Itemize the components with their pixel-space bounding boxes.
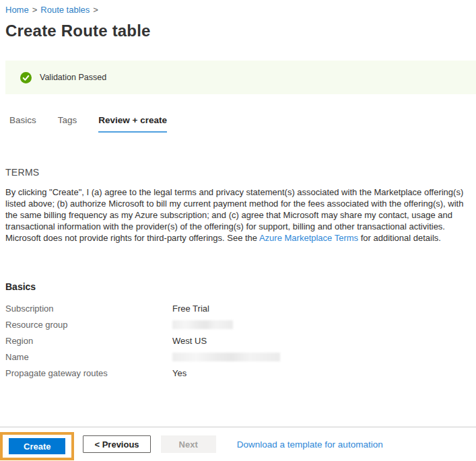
- row-label: Name: [5, 352, 172, 362]
- azure-marketplace-terms-link[interactable]: Azure Marketplace Terms: [259, 233, 358, 243]
- breadcrumb-route-tables[interactable]: Route tables: [40, 5, 90, 15]
- summary-row-subscription: Subscription Free Trial: [5, 300, 471, 316]
- row-label: Resource group: [5, 320, 172, 330]
- row-label: Subscription: [5, 304, 172, 314]
- validation-message: Validation Passed: [40, 73, 106, 82]
- summary-row-propagate-gateway-routes: Propagate gateway routes Yes: [5, 365, 471, 381]
- check-circle-icon: [20, 72, 32, 83]
- terms-heading: TERMS: [5, 167, 471, 178]
- row-value: West US: [172, 336, 207, 346]
- basics-section-heading: Basics: [5, 281, 471, 292]
- create-route-table-page: Home>Route tables> Create Route table Va…: [0, 5, 476, 381]
- summary-row-region: Region West US: [5, 332, 471, 349]
- create-button[interactable]: Create: [9, 438, 65, 454]
- row-label: Propagate gateway routes: [5, 368, 172, 378]
- breadcrumb-home[interactable]: Home: [5, 5, 29, 15]
- terms-text: By clicking "Create", I (a) agree to the…: [5, 186, 475, 244]
- redacted-value: [172, 353, 280, 361]
- terms-text-after-link: for additional details.: [358, 233, 441, 243]
- row-value: Free Trial: [172, 304, 209, 314]
- footer-actions: Create < Previous Next Download a templa…: [0, 427, 476, 461]
- next-button: Next: [161, 435, 216, 453]
- summary-row-name: Name: [5, 349, 471, 365]
- download-template-link[interactable]: Download a template for automation: [237, 439, 383, 450]
- breadcrumb-separator: >: [32, 5, 38, 15]
- summary-row-resource-group: Resource group: [5, 316, 471, 332]
- page-title: Create Route table: [5, 22, 471, 40]
- row-value: Yes: [172, 368, 186, 378]
- breadcrumb: Home>Route tables>: [5, 5, 471, 15]
- create-button-highlight: Create: [0, 432, 74, 460]
- breadcrumb-separator: >: [93, 5, 98, 15]
- previous-button[interactable]: < Previous: [83, 435, 150, 453]
- redacted-value: [172, 320, 233, 329]
- validation-banner: Validation Passed: [5, 61, 476, 94]
- basics-summary: Subscription Free Trial Resource group R…: [5, 300, 471, 381]
- tab-tags[interactable]: Tags: [58, 115, 77, 133]
- tab-bar: Basics Tags Review + create: [9, 115, 471, 133]
- row-label: Region: [5, 336, 172, 346]
- tab-review-create[interactable]: Review + create: [98, 115, 167, 133]
- tab-basics[interactable]: Basics: [9, 115, 36, 133]
